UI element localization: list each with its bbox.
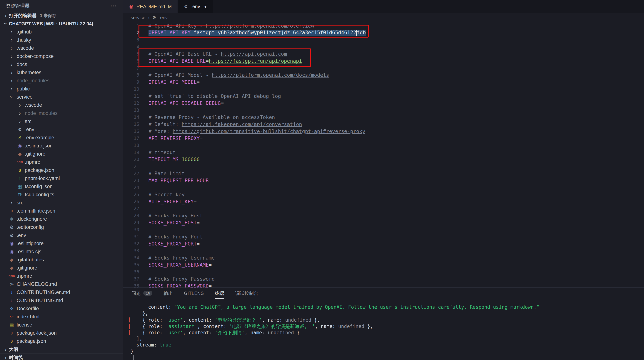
tree-file-CONTRIBUTING.en.md[interactable]: ↓CONTRIBUTING.en.md: [0, 288, 123, 296]
tree-file-index.html[interactable]: <>index.html: [0, 313, 123, 321]
breadcrumb-folder[interactable]: service: [131, 15, 145, 20]
unsaved-count-badge: 1 未保存: [40, 13, 56, 18]
editor-line-21[interactable]: 21: [123, 163, 644, 170]
editor-line-33[interactable]: 33: [123, 247, 644, 254]
tree-folder-node_modules[interactable]: ›node_modules: [0, 77, 123, 85]
tree-file-pnpm-lock.yaml[interactable]: !pnpm-lock.yaml: [0, 174, 123, 182]
tree-folder-node_modules[interactable]: ›node_modules: [0, 109, 123, 117]
editor-line-12[interactable]: 12OPENAI_API_DISABLE_DEBUG=: [123, 99, 644, 107]
editor-line-3[interactable]: 3: [123, 36, 644, 43]
editor-line-16[interactable]: 16# More: https://github.com/transitive-…: [123, 128, 644, 135]
tree-file-Dockerfile[interactable]: ❖Dockerfile: [0, 305, 123, 313]
editor-line-25[interactable]: 25# Secret key: [123, 191, 644, 198]
tree-file-.env.example[interactable]: $.env.example: [0, 134, 123, 142]
editor-line-17[interactable]: 17API_REVERSE_PROXY=: [123, 135, 644, 142]
tree-folder-src[interactable]: ›src: [0, 199, 123, 207]
outline-section[interactable]: › 大纲: [0, 345, 123, 353]
tree-file-.gitignore[interactable]: ◆.gitignore: [0, 264, 123, 272]
editor-line-26[interactable]: 26AUTH_SECRET_KEY=: [123, 198, 644, 205]
editor-line-37[interactable]: 37# Socks Proxy Password: [123, 275, 644, 282]
tree-file-.npmrc[interactable]: npm.npmrc: [0, 158, 123, 166]
code-editor[interactable]: 1# OpenAI API Key - https://platform.ope…: [123, 22, 644, 288]
panel-tab-终端[interactable]: 终端: [215, 288, 224, 299]
editor-line-35[interactable]: 35SOCKS_PROXY_USERNAME=: [123, 261, 644, 268]
editor-line-23[interactable]: 23MAX_REQUEST_PER_HOUR=: [123, 177, 644, 184]
tree-file-.env[interactable]: ⚙.env: [0, 231, 123, 239]
tree-file-.eslintrc.cjs[interactable]: ◉.eslintrc.cjs: [0, 248, 123, 256]
tree-folder-docs[interactable]: ›docs: [0, 60, 123, 68]
tree-file-.eslintrc.json[interactable]: ◉.eslintrc.json: [0, 142, 123, 150]
tree-file-package-lock.json[interactable]: {}package-lock.json: [0, 329, 123, 337]
panel-tab-输出[interactable]: 输出: [164, 288, 173, 299]
timeline-section[interactable]: › 时间线: [0, 353, 123, 360]
tree-folder-service[interactable]: ›service: [0, 93, 123, 101]
tab-.env[interactable]: ⚙.env●: [178, 0, 213, 13]
tree-file-.commitlintrc.json[interactable]: {}.commitlintrc.json: [0, 207, 123, 215]
editor-line-30[interactable]: 30: [123, 226, 644, 233]
editor-line-24[interactable]: 24: [123, 184, 644, 191]
tree-file-CHANGELOG.md[interactable]: ◷CHANGELOG.md: [0, 280, 123, 288]
code-token: AUTH_SECRET_KEY: [148, 199, 194, 204]
editor-line-28[interactable]: 28# Socks Proxy Host: [123, 212, 644, 219]
tree-file-.npmrc[interactable]: npm.npmrc: [0, 272, 123, 280]
editor-line-2[interactable]: 2OPENAI_API_KEY=fastgpt-y6b3axfbdd5wyp01…: [123, 29, 644, 36]
editor-line-20[interactable]: 20TIMEOUT_MS=100000: [123, 156, 644, 163]
editor-line-36[interactable]: 36: [123, 268, 644, 275]
breadcrumb[interactable]: service › ⚙ .env: [123, 13, 644, 22]
tree-file-.eslintignore[interactable]: ◉.eslintignore: [0, 239, 123, 248]
editor-line-22[interactable]: 22# Rate Limit: [123, 170, 644, 177]
panel-tab-GITLENS[interactable]: GITLENS: [184, 288, 204, 299]
code-token: MAX_REQUEST_PER_HOUR: [148, 178, 209, 183]
tree-folder-.vscode[interactable]: ›.vscode: [0, 44, 123, 52]
tree-file-.gitattributes[interactable]: ◆.gitattributes: [0, 256, 123, 264]
workspace-root-section[interactable]: › CHATGPT-WEB [WSL: UBUNTU-22.04]: [0, 19, 123, 28]
editor-line-6[interactable]: 6OPENAI_API_BASE_URL=https://fastgpt.run…: [123, 57, 644, 64]
panel-tab-调试控制台[interactable]: 调试控制台: [235, 288, 258, 299]
editor-line-11[interactable]: 11# set `true` to disable OpenAI API deb…: [123, 92, 644, 99]
tree-file-CONTRIBUTING.md[interactable]: ↓CONTRIBUTING.md: [0, 296, 123, 305]
tree-folder-.github[interactable]: ›.github: [0, 28, 123, 36]
editor-line-18[interactable]: 18: [123, 142, 644, 149]
editor-line-1[interactable]: 1# OpenAI API Key - https://platform.ope…: [123, 22, 644, 29]
editor-line-7[interactable]: 7: [123, 64, 644, 71]
editor-line-5[interactable]: 5# OpenAI API Base URL - https://api.ope…: [123, 50, 644, 57]
tree-folder-docker-compose[interactable]: ›docker-compose: [0, 52, 123, 60]
editor-line-8[interactable]: 8# OpenAI API Model - https://platform.o…: [123, 71, 644, 78]
tree-file-tsup.config.ts[interactable]: TStsup.config.ts: [0, 191, 123, 199]
editor-line-19[interactable]: 19# timeout: [123, 149, 644, 156]
editor-line-14[interactable]: 14# Reverse Proxy - Available on accessT…: [123, 114, 644, 121]
open-editors-section[interactable]: › 打开的编辑器 1 未保存: [0, 11, 123, 19]
tree-file-license[interactable]: ▤license: [0, 321, 123, 329]
code-token: https://platform.openai.com/overview: [206, 23, 314, 29]
tree-folder-.vscode[interactable]: ›.vscode: [0, 101, 123, 109]
tree-folder-kubernetes[interactable]: ›kubernetes: [0, 68, 123, 77]
editor-line-38[interactable]: 38SOCKS_PROXY_PASSWORD=: [123, 282, 644, 288]
editor-line-9[interactable]: 9OPENAI_API_MODEL=: [123, 78, 644, 85]
gear-icon: ⚙: [184, 4, 188, 9]
editor-line-29[interactable]: 29SOCKS_PROXY_HOST=: [123, 219, 644, 226]
tree-file-.dockerignore[interactable]: ❖.dockerignore: [0, 215, 123, 223]
editor-line-13[interactable]: 13: [123, 107, 644, 114]
line-code: SOCKS_PROXY_PORT=: [148, 241, 200, 247]
editor-line-4[interactable]: 4: [123, 43, 644, 50]
tree-file-.editorconfig[interactable]: ⚙.editorconfig: [0, 223, 123, 231]
tree-file-package.json[interactable]: {}package.json: [0, 337, 123, 345]
tree-file-.env[interactable]: ⚙.env: [0, 125, 123, 134]
editor-line-27[interactable]: 27: [123, 205, 644, 212]
editor-line-32[interactable]: 32SOCKS_PROXY_PORT=: [123, 240, 644, 247]
tab-README.md[interactable]: ◉README.mdM: [123, 0, 178, 13]
panel-tab-问题[interactable]: 问题16: [132, 288, 152, 299]
tree-file-package.json[interactable]: {}package.json: [0, 166, 123, 174]
editor-line-15[interactable]: 15# Default: https://ai.fakeopen.com/api…: [123, 121, 644, 128]
tree-folder-public[interactable]: ›public: [0, 85, 123, 93]
tree-folder-src[interactable]: ›src: [0, 117, 123, 125]
editor-line-10[interactable]: 10: [123, 85, 644, 92]
editor-line-34[interactable]: 34# Socks Proxy Username: [123, 254, 644, 261]
terminal-output[interactable]: content: "You are ChatGPT, a large langu…: [123, 299, 644, 360]
breadcrumb-file[interactable]: .env: [159, 15, 168, 20]
more-actions-icon[interactable]: ⋯: [110, 2, 116, 9]
tree-file-tsconfig.json[interactable]: ▦tsconfig.json: [0, 182, 123, 191]
editor-line-31[interactable]: 31# Socks Proxy Port: [123, 233, 644, 240]
tree-file-.gitignore[interactable]: ◆.gitignore: [0, 150, 123, 158]
tree-folder-.husky[interactable]: ›.husky: [0, 36, 123, 44]
